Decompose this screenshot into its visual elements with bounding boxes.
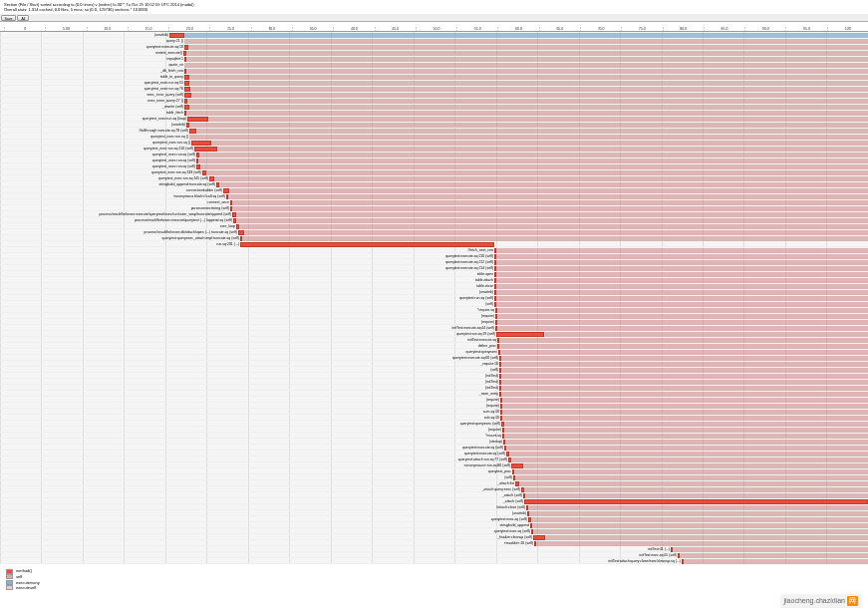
timeline-tick: 65.0 — [539, 27, 580, 31]
self-time-bar — [495, 326, 497, 331]
timeline-tick: 20.0 — [168, 27, 209, 31]
self-time-bar — [191, 141, 211, 146]
inclusive-bar — [196, 129, 868, 134]
inclusive-bar — [244, 230, 868, 235]
inclusive-bar — [242, 236, 868, 241]
inclusive-bar — [496, 248, 868, 253]
self-time-bar — [499, 362, 501, 367]
self-time-bar — [184, 69, 186, 74]
inclusive-bar — [200, 164, 868, 169]
self-time-bar — [530, 523, 532, 528]
self-time-bar — [682, 559, 684, 564]
legend-swatch — [6, 585, 13, 590]
inclusive-bar — [506, 446, 868, 451]
inclusive-bar — [531, 517, 868, 522]
inclusive-bar — [495, 290, 868, 295]
all-button[interactable]: All — [17, 15, 29, 21]
self-time-bar — [497, 338, 499, 343]
inclusive-bar — [186, 69, 868, 74]
self-time-bar — [216, 182, 219, 187]
self-time-bar — [499, 356, 501, 361]
self-time-bar — [496, 332, 544, 337]
timeline-tick: 85.0 — [704, 27, 744, 31]
inclusive-bar — [500, 380, 868, 385]
legend-item: executeself — [6, 585, 862, 591]
self-time-bar — [184, 111, 186, 116]
self-time-bar — [526, 505, 528, 510]
timeline-tick: 35.0 — [292, 27, 333, 31]
self-time-bar — [524, 499, 868, 504]
inclusive-bar — [495, 272, 868, 277]
self-time-bar — [186, 123, 189, 128]
profile-row[interactable]: initTest:attach:query:close/exec/cleanup… — [0, 558, 868, 564]
inclusive-bar — [189, 75, 868, 80]
inclusive-bar — [496, 320, 868, 325]
inclusive-bar — [525, 493, 868, 498]
inclusive-bar — [499, 338, 868, 343]
self-time-bar — [500, 398, 502, 403]
watermark: jiaocheng.chazidian网 — [780, 594, 863, 595]
self-time-bar — [494, 272, 496, 277]
inclusive-bar — [239, 224, 868, 229]
inclusive-bar — [502, 404, 868, 409]
inclusive-bar — [214, 176, 868, 181]
self-time-bar — [240, 242, 494, 247]
timeline-tick: 60.0 — [497, 27, 538, 31]
timeline-tick: 0 — [4, 27, 45, 31]
inclusive-bar — [536, 541, 868, 546]
timeline-tick: 100 — [827, 27, 868, 31]
self-time-bar — [511, 463, 523, 468]
inclusive-bar — [497, 326, 868, 331]
self-time-bar — [196, 158, 198, 163]
self-time-bar — [499, 392, 501, 397]
inclusive-bar — [511, 458, 868, 462]
inclusive-bar — [523, 463, 868, 468]
timeline-tick: 70.0 — [580, 27, 621, 31]
inclusive-bar — [496, 260, 868, 265]
self-time-bar — [184, 105, 189, 110]
inclusive-bar — [184, 39, 868, 44]
legend-swatch — [6, 580, 13, 585]
inclusive-bar — [219, 182, 868, 187]
self-time-bar — [531, 529, 533, 534]
self-time-bar — [527, 511, 529, 516]
self-time-bar — [500, 404, 502, 409]
self-time-bar — [533, 535, 545, 540]
self-time-bar — [500, 410, 502, 415]
self-time-bar — [184, 93, 191, 98]
inclusive-bar — [500, 374, 868, 379]
inclusive-bar — [206, 170, 868, 175]
timeline-tick: 10.0 — [87, 27, 128, 31]
legend-swatch — [6, 574, 13, 579]
self-time-bar — [223, 188, 229, 193]
self-time-bar — [515, 481, 519, 486]
timeline-tick: 30.0 — [251, 27, 292, 31]
inclusive-bar — [500, 368, 868, 373]
self-time-bar — [202, 170, 206, 175]
inclusive-bar — [496, 296, 868, 301]
self-time-bar — [494, 302, 496, 307]
self-time-bar — [506, 452, 509, 457]
inclusive-bar — [502, 416, 868, 421]
inclusive-bar — [533, 529, 868, 534]
self-time-bar — [671, 547, 673, 552]
self-time-bar — [238, 230, 244, 235]
inclusive-bar — [500, 362, 868, 367]
self-time-bar — [494, 266, 496, 271]
self-time-bar — [521, 487, 524, 492]
save-button[interactable]: Save — [1, 15, 17, 21]
legend-label: executeself — [16, 585, 36, 591]
inclusive-bar — [236, 218, 868, 223]
inclusive-bar — [496, 302, 868, 307]
self-time-bar — [495, 314, 497, 319]
inclusive-bar — [514, 469, 868, 474]
inclusive-bar — [197, 158, 868, 163]
toolbar: Save All — [0, 14, 868, 22]
flame-chart[interactable]: (unattrib)query:21 ()querytest:execute.s… — [0, 32, 868, 564]
inclusive-bar — [502, 398, 868, 403]
self-time-bar — [512, 469, 514, 474]
inclusive-bar — [189, 105, 868, 110]
inclusive-bar — [528, 505, 868, 510]
inclusive-bar — [190, 87, 868, 92]
self-time-bar — [499, 374, 501, 379]
